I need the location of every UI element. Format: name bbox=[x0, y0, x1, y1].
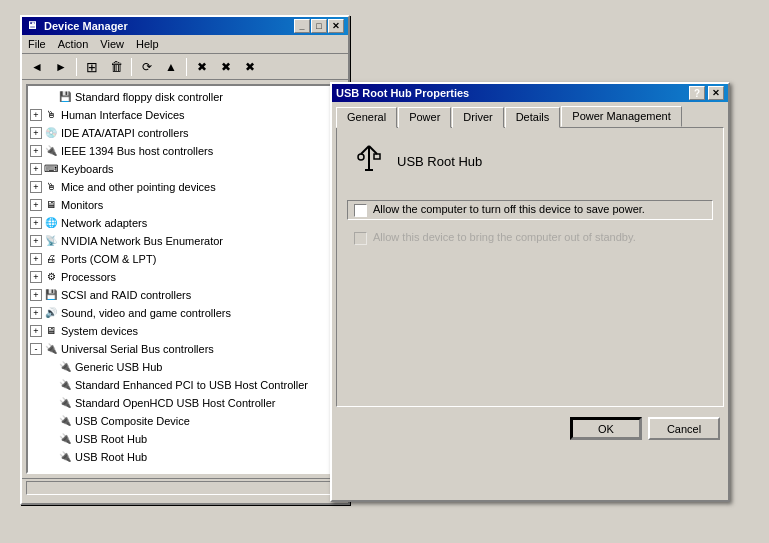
usb-composite-label: USB Composite Device bbox=[75, 413, 190, 429]
back-button[interactable]: ◄ bbox=[26, 57, 48, 77]
usb-root-hub-1-icon: 🔌 bbox=[58, 432, 72, 446]
properties-icon: ⊞ bbox=[86, 59, 98, 75]
update-icon: ▲ bbox=[165, 60, 177, 74]
tree-item-usb-composite[interactable]: 🔌 USB Composite Device bbox=[44, 412, 340, 430]
tree-item-nvidia[interactable]: + 📡 NVIDIA Network Bus Enumerator bbox=[30, 232, 340, 250]
svg-point-3 bbox=[358, 154, 364, 160]
back-icon: ◄ bbox=[31, 60, 43, 74]
generic-hub-icon: 🔌 bbox=[58, 360, 72, 374]
scan-button[interactable]: ⟳ bbox=[136, 57, 158, 77]
device-manager-window: 🖥 Device Manager _ □ ✕ File Action View … bbox=[20, 15, 350, 505]
tab-power[interactable]: Power bbox=[398, 107, 451, 128]
processors-expand[interactable]: + bbox=[30, 271, 42, 283]
network-expand[interactable]: + bbox=[30, 217, 42, 229]
usb-dialog-title-bar[interactable]: USB Root Hub Properties ? ✕ bbox=[332, 84, 728, 102]
cancel-button[interactable]: Cancel bbox=[648, 417, 720, 440]
menu-view[interactable]: View bbox=[94, 37, 130, 51]
keyboards-expand[interactable]: + bbox=[30, 163, 42, 175]
usb-device-header: USB Root Hub bbox=[347, 138, 713, 184]
usb-controllers-expand[interactable]: - bbox=[30, 343, 42, 355]
svg-line-1 bbox=[361, 146, 369, 154]
menu-help[interactable]: Help bbox=[130, 37, 165, 51]
tree-item-mice[interactable]: + 🖱 Mice and other pointing devices bbox=[30, 178, 340, 196]
ide-expand[interactable]: + bbox=[30, 127, 42, 139]
ide-icon: 💿 bbox=[44, 126, 58, 140]
tree-item-keyboards[interactable]: + ⌨ Keyboards bbox=[30, 160, 340, 178]
scsi-expand[interactable]: + bbox=[30, 289, 42, 301]
tree-item-processors[interactable]: + ⚙ Processors bbox=[30, 268, 340, 286]
tree-item-ports[interactable]: + 🖨 Ports (COM & LPT) bbox=[30, 250, 340, 268]
maximize-button[interactable]: □ bbox=[311, 19, 327, 33]
nvidia-label: NVIDIA Network Bus Enumerator bbox=[61, 233, 223, 249]
tree-item-openhcd[interactable]: 🔌 Standard OpenHCD USB Host Controller bbox=[44, 394, 340, 412]
toolbar-separator-3 bbox=[186, 58, 187, 76]
usb-controllers-icon: 🔌 bbox=[44, 342, 58, 356]
tree-item-scsi[interactable]: + 💾 SCSI and RAID controllers bbox=[30, 286, 340, 304]
ok-button[interactable]: OK bbox=[570, 417, 642, 440]
nvidia-icon: 📡 bbox=[44, 234, 58, 248]
svg-rect-4 bbox=[374, 154, 380, 159]
update-driver-button[interactable]: ▲ bbox=[160, 57, 182, 77]
tree-item-generic-hub[interactable]: 🔌 Generic USB Hub bbox=[44, 358, 340, 376]
tree-item-floppy[interactable]: 💾 Standard floppy disk controller bbox=[44, 88, 340, 106]
monitors-expand[interactable]: + bbox=[30, 199, 42, 211]
tree-item-network[interactable]: + 🌐 Network adapters bbox=[30, 214, 340, 232]
ieee-expand[interactable]: + bbox=[30, 145, 42, 157]
device-tree[interactable]: 💾 Standard floppy disk controller + 🖱 Hu… bbox=[26, 84, 344, 474]
wakeup-checkbox[interactable] bbox=[354, 232, 367, 245]
tree-item-system[interactable]: + 🖥 System devices bbox=[30, 322, 340, 340]
sound-expand[interactable]: + bbox=[30, 307, 42, 319]
menu-file[interactable]: File bbox=[22, 37, 52, 51]
tree-item-enhanced-pci[interactable]: 🔌 Standard Enhanced PCI to USB Host Cont… bbox=[44, 376, 340, 394]
dialog-close-button[interactable]: ✕ bbox=[708, 86, 724, 100]
title-bar-buttons: _ □ ✕ bbox=[294, 19, 344, 33]
usb-properties-dialog: USB Root Hub Properties ? ✕ General Powe… bbox=[330, 82, 730, 502]
nvidia-expand[interactable]: + bbox=[30, 235, 42, 247]
tree-item-hid[interactable]: + 🖱 Human Interface Devices bbox=[30, 106, 340, 124]
toolbar: ◄ ► ⊞ 🗑 ⟳ ▲ ✖ ✖ ✖ bbox=[22, 54, 348, 80]
keyboards-icon: ⌨ bbox=[44, 162, 58, 176]
tree-item-usb-root-hub-2[interactable]: 🔌 USB Root Hub bbox=[44, 448, 340, 466]
tab-general[interactable]: General bbox=[336, 107, 397, 128]
openhcd-label: Standard OpenHCD USB Host Controller bbox=[75, 395, 276, 411]
device-manager-title-bar[interactable]: 🖥 Device Manager _ □ ✕ bbox=[22, 17, 348, 35]
mice-label: Mice and other pointing devices bbox=[61, 179, 216, 195]
tree-item-sound[interactable]: + 🔊 Sound, video and game controllers bbox=[30, 304, 340, 322]
properties-button[interactable]: ⊞ bbox=[81, 57, 103, 77]
power-save-checkbox-container: Allow the computer to turn off this devi… bbox=[347, 200, 713, 220]
mice-icon: 🖱 bbox=[44, 180, 58, 194]
ieee-icon: 🔌 bbox=[44, 144, 58, 158]
tab-details[interactable]: Details bbox=[505, 107, 561, 128]
tree-item-ieee[interactable]: + 🔌 IEEE 1394 Bus host controllers bbox=[30, 142, 340, 160]
system-expand[interactable]: + bbox=[30, 325, 42, 337]
ports-expand[interactable]: + bbox=[30, 253, 42, 265]
extra2-button[interactable]: ✖ bbox=[239, 57, 261, 77]
help-toolbar-button[interactable]: ✖ bbox=[191, 57, 213, 77]
tab-driver[interactable]: Driver bbox=[452, 107, 503, 128]
tree-item-usb-controllers[interactable]: - 🔌 Universal Serial Bus controllers bbox=[30, 340, 340, 358]
floppy-label: Standard floppy disk controller bbox=[75, 89, 223, 105]
close-button[interactable]: ✕ bbox=[328, 19, 344, 33]
dialog-help-button[interactable]: ? bbox=[689, 86, 705, 100]
uninstall-button[interactable]: 🗑 bbox=[105, 57, 127, 77]
power-save-label[interactable]: Allow the computer to turn off this devi… bbox=[373, 203, 645, 215]
minimize-button[interactable]: _ bbox=[294, 19, 310, 33]
device-manager-window-icon: 🖥 bbox=[26, 19, 40, 33]
forward-button[interactable]: ► bbox=[50, 57, 72, 77]
usb-composite-icon: 🔌 bbox=[58, 414, 72, 428]
extra-button[interactable]: ✖ bbox=[215, 57, 237, 77]
hid-expand[interactable]: + bbox=[30, 109, 42, 121]
floppy-icon: 💾 bbox=[58, 90, 72, 104]
tree-item-monitors[interactable]: + 🖥 Monitors bbox=[30, 196, 340, 214]
tree-item-ide[interactable]: + 💿 IDE ATA/ATAPI controllers bbox=[30, 124, 340, 142]
tab-content-power-management: USB Root Hub Allow the computer to turn … bbox=[336, 127, 724, 407]
mice-expand[interactable]: + bbox=[30, 181, 42, 193]
tab-power-management[interactable]: Power Management bbox=[561, 106, 681, 127]
menu-action[interactable]: Action bbox=[52, 37, 95, 51]
power-save-checkbox[interactable] bbox=[354, 204, 367, 217]
uninstall-icon: 🗑 bbox=[110, 59, 123, 74]
hid-label: Human Interface Devices bbox=[61, 107, 185, 123]
status-panel bbox=[26, 481, 344, 495]
tree-item-usb-root-hub-1[interactable]: 🔌 USB Root Hub bbox=[44, 430, 340, 448]
sound-icon: 🔊 bbox=[44, 306, 58, 320]
